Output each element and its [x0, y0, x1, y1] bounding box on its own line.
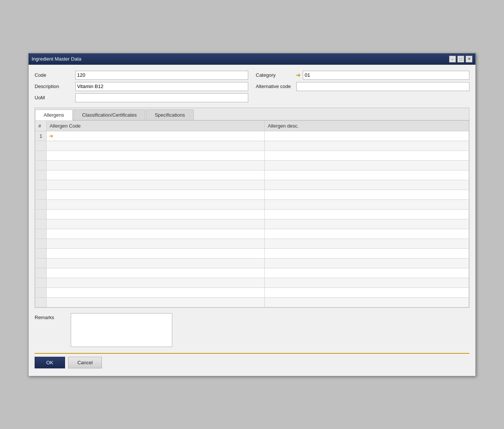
- allergen-desc-cell-17[interactable]: [265, 288, 469, 297]
- row-num-7: [35, 190, 47, 199]
- description-label: Description: [35, 84, 72, 89]
- table-row: [35, 239, 469, 248]
- table-row: [35, 258, 469, 268]
- allergen-code-cell-14[interactable]: [47, 258, 265, 268]
- table-row: [35, 248, 469, 258]
- uom-input[interactable]: [75, 93, 248, 102]
- col-header-allergen-desc: Allergen desc.: [265, 120, 469, 131]
- allergen-code-cell-10[interactable]: [47, 219, 265, 229]
- allergen-desc-cell-2[interactable]: [265, 141, 469, 151]
- row-num-8: [35, 199, 47, 209]
- allergen-code-cell-5[interactable]: [47, 170, 265, 180]
- table-row: [35, 278, 469, 288]
- remarks-label: Remarks: [35, 313, 65, 320]
- table-row: [35, 297, 469, 307]
- allergen-code-cell-17[interactable]: [47, 288, 265, 297]
- category-input[interactable]: [303, 71, 469, 80]
- fields-section: Code Description UoM Category ➜: [35, 71, 469, 102]
- row-arrow-icon[interactable]: ➜: [49, 133, 53, 139]
- remarks-textarea[interactable]: [71, 313, 172, 347]
- table-row: [35, 151, 469, 160]
- row-num-3: [35, 151, 47, 160]
- table-row: [35, 190, 469, 199]
- allergen-code-cell-12[interactable]: [47, 239, 265, 248]
- allergens-table: # Allergen Code Allergen desc. 1 ➜: [35, 120, 469, 307]
- allergen-code-cell-9[interactable]: [47, 209, 265, 219]
- table-row: [35, 219, 469, 229]
- row-num-10: [35, 219, 47, 229]
- allergen-desc-cell-8[interactable]: [265, 199, 469, 209]
- tab-specifications[interactable]: Specifications: [146, 110, 193, 120]
- row-num-11: [35, 229, 47, 239]
- row-num-4: [35, 160, 47, 170]
- row-num-14: [35, 258, 47, 268]
- row-num-16: [35, 278, 47, 288]
- allergen-code-cell-6[interactable]: [47, 180, 265, 190]
- allergen-code-cell-18[interactable]: [47, 297, 265, 307]
- alt-code-label: Alternative code: [256, 84, 293, 89]
- description-input[interactable]: [75, 82, 248, 91]
- alt-code-input[interactable]: [296, 82, 469, 91]
- allergen-code-cell-1[interactable]: ➜: [47, 131, 265, 141]
- window-body: Code Description UoM Category ➜: [29, 65, 475, 376]
- ok-button[interactable]: OK: [35, 357, 65, 368]
- allergen-desc-cell-3[interactable]: [265, 151, 469, 160]
- uom-label: UoM: [35, 95, 72, 100]
- allergen-code-cell-2[interactable]: [47, 141, 265, 151]
- row-num-12: [35, 239, 47, 248]
- allergen-desc-cell-10[interactable]: [265, 219, 469, 229]
- category-arrow-icon[interactable]: ➜: [296, 72, 301, 79]
- code-label: Code: [35, 72, 72, 78]
- allergen-desc-cell-16[interactable]: [265, 278, 469, 288]
- allergen-desc-cell-4[interactable]: [265, 160, 469, 170]
- table-row: [35, 170, 469, 180]
- allergen-code-cell-7[interactable]: [47, 190, 265, 199]
- allergen-code-cell-4[interactable]: [47, 160, 265, 170]
- title-bar: Ingredient Master Data − □ ✕: [29, 53, 475, 65]
- allergen-desc-cell-1[interactable]: [265, 131, 469, 141]
- row-num-17: [35, 288, 47, 297]
- tabs-container: Allergens Classification/Certificates Sp…: [35, 108, 469, 308]
- row-num-5: [35, 170, 47, 180]
- close-button[interactable]: ✕: [466, 56, 472, 62]
- allergen-desc-cell-11[interactable]: [265, 229, 469, 239]
- allergen-desc-cell-15[interactable]: [265, 268, 469, 278]
- window-controls: − □ ✕: [449, 56, 472, 62]
- tabs-header: Allergens Classification/Certificates Sp…: [35, 108, 469, 120]
- allergen-desc-cell-9[interactable]: [265, 209, 469, 219]
- allergen-desc-cell-14[interactable]: [265, 258, 469, 268]
- row-num-13: [35, 248, 47, 258]
- minimize-button[interactable]: −: [449, 56, 456, 62]
- tab-allergens[interactable]: Allergens: [35, 110, 73, 120]
- maximize-button[interactable]: □: [457, 56, 464, 62]
- code-row: Code: [35, 71, 248, 80]
- table-row: [35, 229, 469, 239]
- table-row: [35, 141, 469, 151]
- tab-classification[interactable]: Classification/Certificates: [73, 110, 145, 120]
- allergen-desc-cell-5[interactable]: [265, 170, 469, 180]
- allergen-desc-cell-13[interactable]: [265, 248, 469, 258]
- allergen-code-cell-11[interactable]: [47, 229, 265, 239]
- col-header-allergen-code: Allergen Code: [47, 120, 265, 131]
- allergen-desc-cell-12[interactable]: [265, 239, 469, 248]
- allergen-desc-cell-6[interactable]: [265, 180, 469, 190]
- allergen-code-cell-15[interactable]: [47, 268, 265, 278]
- table-row: 1 ➜: [35, 131, 469, 141]
- window-title: Ingredient Master Data: [32, 56, 81, 62]
- allergen-code-cell-8[interactable]: [47, 199, 265, 209]
- footer-buttons: OK Cancel: [35, 353, 469, 370]
- allergen-desc-cell-7[interactable]: [265, 190, 469, 199]
- allergen-desc-cell-18[interactable]: [265, 297, 469, 307]
- code-input[interactable]: [75, 71, 248, 80]
- cancel-button[interactable]: Cancel: [68, 357, 102, 368]
- allergen-code-cell-16[interactable]: [47, 278, 265, 288]
- allergen-code-cell-3[interactable]: [47, 151, 265, 160]
- table-row: [35, 180, 469, 190]
- description-row: Description: [35, 82, 248, 91]
- alt-code-row: Alternative code: [256, 82, 469, 91]
- row-num-1: 1: [35, 131, 47, 141]
- main-window: Ingredient Master Data − □ ✕ Code Descri…: [28, 53, 476, 376]
- uom-row: UoM: [35, 93, 248, 102]
- row-num-2: [35, 141, 47, 151]
- allergen-code-cell-13[interactable]: [47, 248, 265, 258]
